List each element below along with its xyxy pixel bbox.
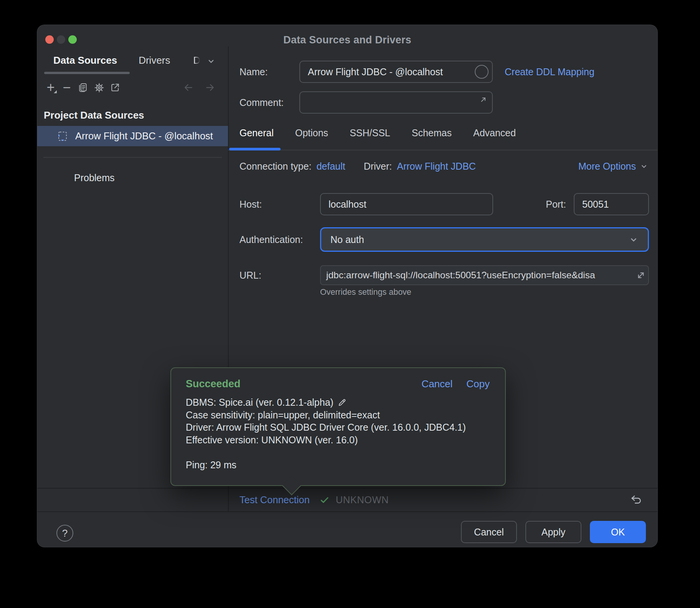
test-connection-link[interactable]: Test Connection: [239, 494, 310, 506]
popup-cancel-link[interactable]: Cancel: [421, 378, 452, 390]
url-hint: Overrides settings above: [320, 287, 411, 297]
name-field-wrap: [299, 61, 493, 83]
active-tab-underline: [44, 72, 130, 74]
tab-ssh-ssl[interactable]: SSH/SSL: [350, 127, 390, 139]
url-input[interactable]: jdbc:arrow-flight-sql://localhost:50051?…: [320, 265, 649, 285]
tabs-rule: [228, 150, 657, 150]
comment-field-wrap: [299, 91, 493, 114]
back-arrow-icon[interactable]: [183, 81, 194, 94]
datasource-item-label: Arrow Flight JDBC - @localhost: [75, 131, 213, 142]
sidebar-tabs: Data Sources Drivers D: [53, 54, 216, 66]
dbms-line: DBMS: Spice.ai (ver. 0.12.1-alpha): [186, 396, 496, 409]
host-label: Host:: [239, 199, 320, 210]
host-port-row: Host: Port:: [239, 193, 649, 215]
comment-row: Comment:: [239, 91, 649, 114]
status-succeeded: Succeeded: [186, 378, 241, 390]
check-icon: [319, 494, 330, 506]
test-connection-bar: Test Connection UNKNOWN: [37, 488, 657, 511]
settings-tabs: General Options SSH/SSL Schemas Advanced: [239, 124, 516, 142]
chevron-down-icon: [628, 234, 639, 245]
data-sources-dialog: Data Sources and Drivers Data Sources Dr…: [37, 25, 658, 547]
chevron-down-icon: [639, 161, 649, 171]
add-icon[interactable]: +: [45, 81, 56, 94]
name-input[interactable]: [299, 61, 493, 83]
datasource-list-item-selected[interactable]: Arrow Flight JDBC - @localhost: [37, 126, 228, 146]
datasource-icon: [57, 131, 68, 142]
sidebar-divider: [43, 157, 222, 158]
connection-type-value[interactable]: default: [317, 161, 345, 172]
tab-options[interactable]: Options: [295, 127, 328, 139]
popup-header: Succeeded Cancel Copy: [171, 368, 505, 390]
effective-version-line: Effective version: UNKNOWN (ver. 16.0): [186, 434, 496, 446]
driver-label: Driver:: [364, 161, 392, 172]
case-sensitivity-line: Case sensitivity: plain=upper, delimited…: [186, 409, 496, 421]
cancel-button[interactable]: Cancel: [461, 521, 517, 543]
url-label: URL:: [239, 270, 320, 281]
more-options-link[interactable]: More Options: [578, 161, 636, 172]
name-row: Name: Create DDL Mapping: [239, 61, 649, 83]
authentication-select[interactable]: No auth: [320, 227, 649, 252]
history-nav: [183, 81, 216, 94]
comment-input[interactable]: [299, 91, 493, 114]
remove-icon[interactable]: −: [61, 81, 73, 94]
forward-arrow-icon[interactable]: [204, 81, 216, 94]
project-data-sources-header: Project Data Sources: [44, 109, 144, 121]
sidebar-toolbar: + −: [45, 81, 221, 94]
authentication-row: Authentication: No auth: [239, 227, 649, 252]
authentication-value: No auth: [330, 234, 364, 245]
driver-line: Driver: Arrow Flight SQL JDBC Driver Cor…: [186, 421, 496, 434]
driver-value-link[interactable]: Arrow Flight JDBC: [397, 161, 476, 172]
sidebar-item-problems[interactable]: Problems: [74, 172, 115, 183]
desktop: Data Sources and Drivers Data Sources Dr…: [0, 0, 700, 608]
test-connection-popup: Succeeded Cancel Copy DBMS: Spice.ai (ve…: [170, 367, 506, 486]
open-in-editor-icon[interactable]: [109, 81, 121, 94]
dialog-footer: ? Cancel Apply OK: [37, 511, 657, 547]
tab-general[interactable]: General: [239, 127, 274, 139]
name-label: Name:: [239, 66, 299, 78]
host-input[interactable]: [320, 193, 493, 215]
url-row: URL: jdbc:arrow-flight-sql://localhost:5…: [239, 265, 649, 285]
url-value: jdbc:arrow-flight-sql://localhost:50051?…: [326, 270, 595, 281]
popup-copy-link[interactable]: Copy: [466, 378, 490, 390]
port-label: Port:: [546, 199, 566, 210]
gear-icon[interactable]: [93, 81, 105, 94]
popup-body: DBMS: Spice.ai (ver. 0.12.1-alpha) Case …: [171, 390, 505, 471]
progress-circle-icon: [475, 65, 489, 79]
ok-button[interactable]: OK: [590, 521, 646, 543]
more-options[interactable]: More Options: [578, 161, 649, 172]
tab-data-sources[interactable]: Data Sources: [53, 55, 117, 66]
edit-pencil-icon[interactable]: [337, 398, 347, 407]
chevron-down-icon[interactable]: [206, 56, 216, 66]
undo-icon[interactable]: [630, 494, 643, 507]
expand-url-icon[interactable]: [635, 269, 647, 281]
create-ddl-mapping-link[interactable]: Create DDL Mapping: [505, 66, 594, 78]
connection-type-label: Connection type:: [239, 161, 312, 172]
tab-schemas[interactable]: Schemas: [412, 127, 452, 139]
add-dropdown-caret: [54, 90, 57, 93]
authentication-label: Authentication:: [239, 234, 320, 245]
tab-drivers[interactable]: Drivers: [139, 55, 170, 66]
duplicate-icon[interactable]: [77, 81, 89, 94]
port-input[interactable]: [574, 193, 649, 215]
active-tab-indicator: [229, 148, 281, 150]
expand-comment-icon[interactable]: [478, 95, 488, 105]
test-result-text: UNKNOWN: [336, 494, 389, 506]
ping-line: Ping: 29 ms: [186, 459, 496, 471]
tab-advanced[interactable]: Advanced: [473, 127, 516, 139]
help-button[interactable]: ?: [56, 525, 73, 542]
apply-button[interactable]: Apply: [525, 521, 581, 543]
comment-label: Comment:: [239, 97, 299, 108]
connection-type-row: Connection type: default Driver: Arrow F…: [239, 159, 649, 173]
tab-ddl-truncated[interactable]: D: [193, 55, 201, 66]
